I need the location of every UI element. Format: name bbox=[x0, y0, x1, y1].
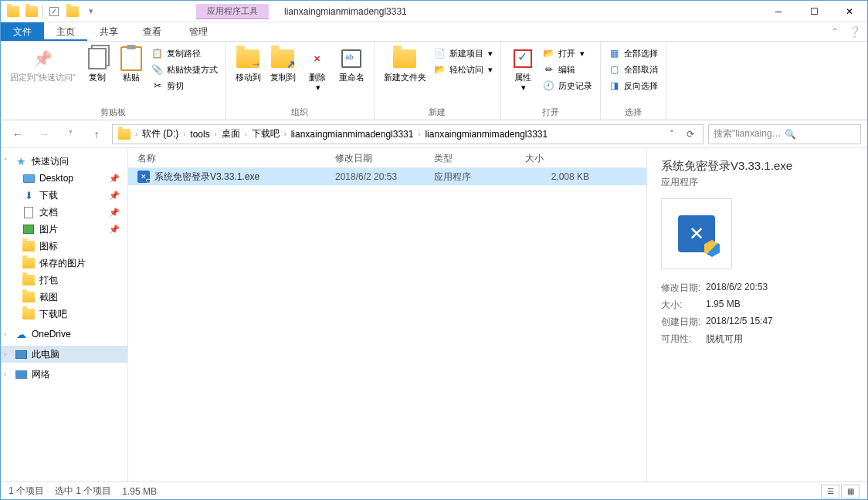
chevron-right-icon[interactable]: › bbox=[282, 130, 289, 138]
tab-view[interactable]: 查看 bbox=[131, 22, 174, 41]
maximize-button[interactable]: ☐ bbox=[796, 1, 832, 22]
copy-button[interactable]: 复制 bbox=[82, 45, 113, 84]
chevron-right-icon[interactable]: › bbox=[133, 130, 140, 138]
forward-button[interactable]: → bbox=[33, 123, 55, 145]
copy-path-button[interactable]: 📋复制路径 bbox=[150, 46, 219, 60]
sidebar-this-pc[interactable]: ›此电脑 bbox=[1, 346, 127, 363]
breadcrumb-item[interactable]: lianxaingmianmimadengl3331 bbox=[422, 129, 550, 140]
breadcrumb-item[interactable]: tools bbox=[188, 129, 212, 140]
preview-title: 系统免密登录V3.33.1.exe bbox=[661, 159, 853, 174]
edit-button[interactable]: ✏编辑 bbox=[541, 62, 594, 76]
folder-icon[interactable] bbox=[5, 3, 22, 20]
open-group: 属性▾ 📂打开▾ ✏编辑 🕘历史记录 打开 bbox=[501, 42, 601, 120]
breadcrumb-item[interactable]: 软件 (D:) bbox=[140, 127, 181, 140]
paste-shortcut-button[interactable]: 📎粘贴快捷方式 bbox=[150, 62, 219, 76]
rename-button[interactable]: 重命名 bbox=[336, 45, 368, 84]
breadcrumb-item[interactable]: 下载吧 bbox=[249, 127, 282, 140]
cut-button[interactable]: ✂剪切 bbox=[150, 79, 219, 93]
tab-file[interactable]: 文件 bbox=[1, 22, 44, 41]
details-view-button[interactable]: ☰ bbox=[821, 485, 839, 498]
refresh-button[interactable]: ⟳ bbox=[681, 125, 700, 144]
column-date[interactable]: 修改日期 bbox=[326, 148, 425, 167]
collapse-ribbon-icon[interactable]: ⌃ bbox=[831, 26, 839, 37]
address-dropdown-button[interactable]: ˅ bbox=[663, 125, 681, 144]
copy-to-button[interactable]: ↗ 复制到 bbox=[267, 45, 299, 84]
sidebar-pack[interactable]: 打包 bbox=[1, 272, 127, 289]
history-icon: 🕘 bbox=[543, 79, 555, 92]
sidebar-downloadba[interactable]: 下载吧 bbox=[1, 306, 127, 323]
properties-button[interactable]: 属性▾ bbox=[507, 45, 538, 94]
chevron-right-icon[interactable]: › bbox=[242, 130, 249, 138]
sidebar-saved-pics[interactable]: 保存的图片 bbox=[1, 255, 127, 272]
organize-group: → 移动到 ↗ 复制到 ✕ 删除▾ 重命名 组织 bbox=[226, 42, 375, 120]
select-all-button[interactable]: ▦全部选择 bbox=[607, 46, 659, 60]
qat-menu-icon[interactable]: ▾ bbox=[83, 3, 100, 20]
breadcrumb-item[interactable]: lianxaingmianmimadengl3331 bbox=[289, 129, 416, 140]
column-headers: 名称 修改日期 类型 大小 bbox=[128, 148, 646, 168]
folder-dropdown-icon[interactable] bbox=[64, 3, 81, 20]
pin-icon: 📌 bbox=[30, 46, 55, 71]
statusbar: 1 个项目 选中 1 个项目 1.95 MB ☰ ▦ bbox=[1, 481, 867, 500]
delete-button[interactable]: ✕ 删除▾ bbox=[302, 45, 333, 94]
chevron-right-icon[interactable]: › bbox=[212, 130, 219, 138]
sidebar-quick-access[interactable]: ˅★快速访问 bbox=[1, 153, 127, 170]
minimize-button[interactable]: ─ bbox=[761, 1, 796, 22]
meta-size-value: 1.95 MB bbox=[706, 299, 741, 312]
close-button[interactable]: ✕ bbox=[832, 1, 867, 22]
file-list: 名称 修改日期 类型 大小 ✕系统免密登录V3.33.1.exe 2018/6/… bbox=[128, 148, 646, 481]
copy-folder-icon: ↗ bbox=[270, 46, 295, 71]
exe-large-icon: ✕ bbox=[678, 215, 715, 252]
recent-button[interactable]: ˅ bbox=[59, 123, 81, 145]
back-button[interactable]: ← bbox=[7, 123, 29, 145]
history-button[interactable]: 🕘历史记录 bbox=[541, 79, 594, 93]
sidebar-documents[interactable]: 文档📌 bbox=[1, 204, 127, 221]
sidebar-downloads[interactable]: ⬇下载📌 bbox=[1, 187, 127, 204]
clipboard-icon bbox=[119, 46, 144, 71]
icons-view-button[interactable]: ▦ bbox=[841, 485, 860, 498]
folder-icon-2[interactable] bbox=[23, 3, 40, 20]
delete-icon: ✕ bbox=[305, 46, 330, 71]
breadcrumb-item[interactable]: 桌面 bbox=[219, 127, 242, 140]
up-button[interactable]: ↑ bbox=[86, 123, 107, 145]
navigation-pane: ˅★快速访问 Desktop📌 ⬇下载📌 文档📌 图片📌 图标 保存的图片 打包… bbox=[1, 148, 128, 481]
new-folder-button[interactable]: 新建文件夹 bbox=[381, 45, 429, 84]
search-input[interactable]: 搜索"lianxaingmianmimade... 🔍 bbox=[708, 124, 861, 144]
open-icon: 📂 bbox=[543, 47, 555, 59]
sidebar-icons[interactable]: 图标 bbox=[1, 238, 127, 255]
meta-avail-value: 脱机可用 bbox=[706, 333, 743, 346]
move-to-button[interactable]: → 移动到 bbox=[232, 45, 264, 84]
new-folder-icon bbox=[392, 46, 417, 71]
open-button[interactable]: 📂打开▾ bbox=[541, 46, 594, 60]
sidebar-screenshot[interactable]: 截图 bbox=[1, 289, 127, 306]
status-size: 1.95 MB bbox=[122, 486, 157, 497]
invert-icon: ◨ bbox=[609, 79, 621, 92]
column-type[interactable]: 类型 bbox=[425, 148, 516, 167]
column-size[interactable]: 大小 bbox=[516, 148, 605, 167]
easy-access-button[interactable]: 📂轻松访问▾ bbox=[432, 62, 494, 76]
help-icon[interactable]: ❔ bbox=[848, 25, 861, 38]
window-title: lianxaingmianmimadengl3331 bbox=[284, 6, 761, 17]
sidebar-network[interactable]: ›网络 bbox=[1, 366, 127, 383]
tab-share[interactable]: 共享 bbox=[87, 22, 131, 41]
file-row[interactable]: ✕系统免密登录V3.33.1.exe 2018/6/2 20:53 应用程序 2… bbox=[128, 168, 646, 185]
invert-selection-button[interactable]: ◨反向选择 bbox=[607, 79, 659, 93]
checkbox-icon[interactable]: ✓ bbox=[46, 3, 63, 20]
file-type-cell: 应用程序 bbox=[425, 171, 516, 184]
tab-manage[interactable]: 管理 bbox=[177, 22, 220, 41]
sidebar-onedrive[interactable]: ›☁OneDrive bbox=[1, 326, 127, 343]
paste-button[interactable]: 粘贴 bbox=[116, 45, 147, 84]
pin-quick-access-button[interactable]: 📌 固定到"快速访问" bbox=[7, 45, 79, 84]
new-item-button[interactable]: 📄新建项目▾ bbox=[432, 46, 494, 60]
status-items: 1 个项目 bbox=[8, 485, 44, 498]
select-none-button[interactable]: ▢全部取消 bbox=[607, 62, 659, 76]
sidebar-pictures[interactable]: 图片📌 bbox=[1, 221, 127, 238]
sidebar-desktop[interactable]: Desktop📌 bbox=[1, 170, 127, 187]
breadcrumb[interactable]: › 软件 (D:) › tools › 桌面 › 下载吧 › lianxaing… bbox=[112, 124, 704, 144]
breadcrumb-root-icon[interactable] bbox=[116, 129, 133, 140]
tab-home[interactable]: 主页 bbox=[44, 22, 87, 41]
chevron-right-icon[interactable]: › bbox=[181, 130, 188, 138]
divider bbox=[42, 5, 43, 19]
file-date-cell: 2018/6/2 20:53 bbox=[326, 171, 425, 182]
column-name[interactable]: 名称 bbox=[128, 148, 326, 167]
chevron-right-icon[interactable]: › bbox=[415, 130, 422, 138]
